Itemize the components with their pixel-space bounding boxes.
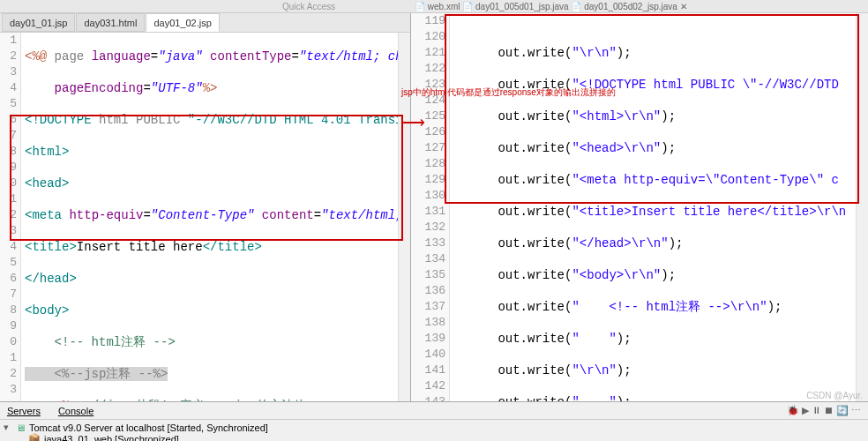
server-icon: 🖥 (16, 422, 26, 433)
tab-day031[interactable]: day031.html (76, 13, 145, 32)
server-project[interactable]: 📦java43_01_web [Synchronized] (4, 433, 864, 441)
right-gutter: 1191201211221231241251261271281291301311… (411, 13, 450, 401)
server-toolbar-icons[interactable]: 🐞 ▶ ⏸ ⏹ 🔄 ⋯ (787, 405, 861, 416)
right-code[interactable]: out.write("\r\n"); out.write("<!DOCTYPE … (450, 13, 856, 401)
bottom-tabs: Servers Console 🐞 ▶ ⏸ ⏹ 🔄 ⋯ (0, 402, 868, 420)
watermark: CSDN @Ayur. (806, 391, 863, 400)
tab-console[interactable]: Console (53, 404, 99, 418)
project-icon: 📦 (28, 433, 41, 441)
tab-day01-01[interactable]: day01_01.jsp (2, 13, 75, 32)
left-code[interactable]: <%@ page language="java" contentType="te… (21, 33, 398, 401)
left-editor[interactable]: 12345678901234567890123 <%@ page languag… (0, 33, 410, 401)
left-gutter: 12345678901234567890123 (0, 33, 21, 401)
right-editor[interactable]: 1191201211221231241251261271281291301311… (411, 13, 868, 401)
tab-servers[interactable]: Servers (2, 404, 46, 418)
server-tomcat[interactable]: ▾🖥Tomcat v9.0 Server at localhost [Start… (4, 422, 864, 433)
editor-tabs: day01_01.jsp day031.html day01_02.jsp (0, 13, 410, 33)
main-area: day01_01.jsp day031.html day01_02.jsp 12… (0, 13, 868, 401)
title-bar: Quick Access 📄 web.xml 📄 day01_005d01_js… (0, 0, 868, 13)
servers-tree: ▾🖥Tomcat v9.0 Server at localhost [Start… (0, 420, 868, 441)
right-scrollbar[interactable] (856, 13, 868, 401)
left-editor-pane: day01_01.jsp day031.html day01_02.jsp 12… (0, 13, 411, 401)
expand-icon[interactable]: ▾ (4, 422, 12, 433)
bottom-panel: Servers Console 🐞 ▶ ⏸ ⏹ 🔄 ⋯ ▾🖥Tomcat v9.… (0, 401, 868, 441)
right-top-tabs[interactable]: 📄 web.xml 📄 day01_005d01_jsp.java 📄 day0… (411, 0, 868, 12)
right-editor-pane: 1191201211221231241251261271281291301311… (411, 13, 868, 401)
quick-access[interactable]: Quick Access (282, 2, 335, 11)
tab-day01-02[interactable]: day01_02.jsp (146, 13, 219, 32)
left-scrollbar[interactable] (398, 33, 410, 401)
